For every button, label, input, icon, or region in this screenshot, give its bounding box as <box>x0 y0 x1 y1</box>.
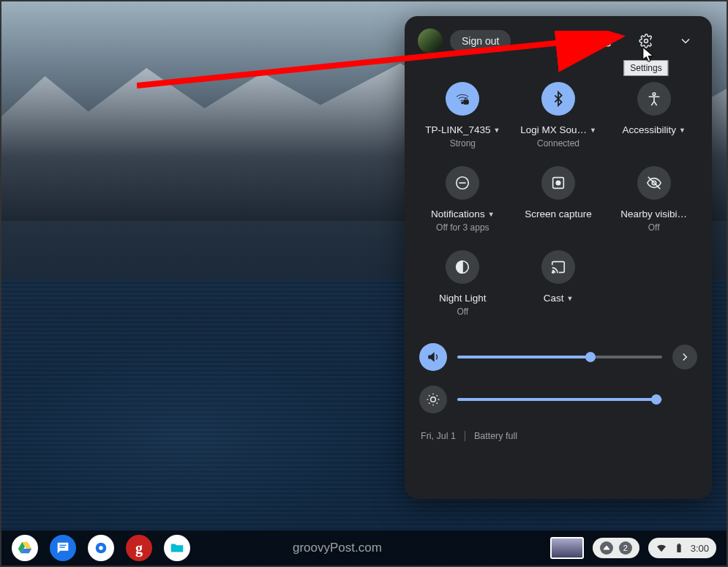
tile-sub: Off <box>419 307 506 317</box>
tile-label: Notifications▼ <box>431 209 494 219</box>
sign-out-button[interactable]: Sign out <box>450 30 511 52</box>
dropdown-caret-icon: ▼ <box>566 295 573 302</box>
tile-sub: Strong <box>419 138 506 149</box>
chevron-right-icon <box>678 350 691 364</box>
tile-sub: Off for 3 apps <box>419 222 506 233</box>
tile-screen-capture[interactable]: Screen capture <box>514 160 604 239</box>
lock-icon <box>599 34 614 48</box>
app-messages[interactable] <box>50 535 76 561</box>
lock-button[interactable] <box>593 28 620 54</box>
user-avatar[interactable] <box>418 29 443 53</box>
svg-point-1 <box>645 40 648 43</box>
audio-settings-button[interactable] <box>672 345 697 369</box>
tile-label: Logi MX Sou…▼ <box>520 124 596 135</box>
svg-point-4 <box>653 93 656 96</box>
svg-point-2 <box>462 102 464 104</box>
app-settings[interactable] <box>88 535 114 561</box>
brightness-row <box>418 378 699 421</box>
app-files[interactable] <box>164 535 190 561</box>
screen-capture-icon <box>541 166 575 200</box>
svg-point-13 <box>431 397 436 402</box>
accessibility-icon <box>637 82 671 116</box>
tile-sub: Connected <box>515 138 602 149</box>
tile-label: Night Light <box>439 293 487 304</box>
notification-tray[interactable]: 2 <box>593 538 639 558</box>
volume-row <box>418 336 699 378</box>
dropdown-caret-icon: ▼ <box>488 211 495 218</box>
notification-count-badge: 2 <box>619 541 632 555</box>
brightness-icon[interactable] <box>419 386 447 413</box>
svg-rect-0 <box>603 40 610 45</box>
gear-icon <box>639 34 653 48</box>
svg-point-8 <box>556 181 560 185</box>
wifi-icon <box>656 542 667 554</box>
panel-footer: Fri, Jul 1 Battery full <box>418 431 699 441</box>
dropdown-caret-icon: ▼ <box>679 127 686 134</box>
watermark-text: groovyPost.com <box>293 541 382 555</box>
drive-icon <box>17 540 33 556</box>
status-area[interactable]: 3:00 <box>648 538 716 558</box>
app-google-drive[interactable] <box>12 535 38 561</box>
tile-nearby-visibility[interactable]: Nearby visibi… Off <box>609 160 699 239</box>
cast-icon <box>541 250 575 284</box>
power-icon <box>560 34 574 48</box>
dropdown-caret-icon: ▼ <box>494 127 500 134</box>
clock-time: 3:00 <box>691 543 709 554</box>
tile-empty <box>609 244 699 323</box>
tile-label: Accessibility▼ <box>622 124 685 135</box>
tile-bluetooth[interactable]: Logi MX Sou…▼ Connected <box>514 76 604 154</box>
shelf: g groovyPost.com 2 3:00 <box>1 530 727 566</box>
night-light-icon <box>446 250 479 284</box>
settings-tooltip: Settings <box>623 60 668 76</box>
chevron-down-icon <box>678 34 693 48</box>
footer-date: Fri, Jul 1 <box>421 431 456 441</box>
shelf-apps: g <box>12 535 190 561</box>
folder-icon <box>169 540 185 556</box>
dropdown-caret-icon: ▼ <box>590 127 596 134</box>
tile-notifications[interactable]: Notifications▼ Off for 3 apps <box>418 160 508 239</box>
svg-point-18 <box>99 546 103 550</box>
tile-wifi[interactable]: TP-LINK_7435▼ Strong <box>418 76 508 154</box>
tray-expand-icon <box>600 541 613 555</box>
svg-rect-3 <box>464 100 468 105</box>
quick-settings-tiles: TP-LINK_7435▼ Strong Logi MX Sou…▼ Conne… <box>418 76 699 323</box>
dnd-icon <box>446 166 479 200</box>
tile-label: TP-LINK_7435▼ <box>425 124 500 135</box>
tile-cast[interactable]: Cast▼ <box>514 244 604 323</box>
tile-sub: Off <box>610 222 697 233</box>
volume-icon[interactable] <box>419 343 447 371</box>
tile-label: Nearby visibi… <box>620 209 687 219</box>
svg-point-12 <box>552 271 554 273</box>
tile-accessibility[interactable]: Accessibility▼ <box>609 76 699 154</box>
gear-icon <box>93 540 109 556</box>
settings-button[interactable]: Settings <box>633 28 659 54</box>
power-button[interactable] <box>554 28 580 54</box>
shelf-wallpaper-thumb[interactable] <box>550 537 584 559</box>
volume-slider[interactable] <box>457 356 662 358</box>
visibility-off-icon <box>637 166 671 200</box>
footer-divider <box>465 431 465 441</box>
footer-battery: Battery full <box>474 431 517 441</box>
bluetooth-icon <box>541 82 575 116</box>
messages-icon <box>55 540 71 556</box>
sliders-section <box>418 336 699 421</box>
collapse-button[interactable] <box>672 28 699 54</box>
tile-label: Screen capture <box>525 209 592 219</box>
panel-header: Sign out Settings <box>418 28 699 54</box>
battery-icon <box>673 542 685 554</box>
brightness-slider[interactable] <box>457 398 662 401</box>
svg-rect-20 <box>678 544 680 544</box>
tile-label: Cast▼ <box>544 293 574 304</box>
tile-night-light[interactable]: Night Light Off <box>418 244 508 323</box>
app-groovypost[interactable]: g <box>126 535 152 561</box>
quick-settings-panel: Sign out Settings TP-LINK_7435▼ Strong <box>405 16 712 499</box>
wifi-locked-icon <box>446 82 479 116</box>
svg-rect-19 <box>677 544 680 552</box>
